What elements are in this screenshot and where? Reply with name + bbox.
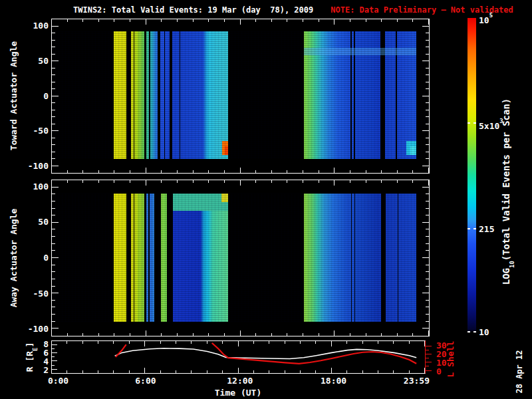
axis-tick [146,331,146,336]
axis-tick [426,88,429,89]
axis-tick [82,333,83,336]
toward-spectrogram-panel [51,19,430,174]
axis-tick [52,215,55,215]
axis-tick [350,180,350,183]
axis-tick [52,130,59,131]
data-gap [381,194,386,322]
colorbar-tick [467,122,470,124]
axis-tick [350,170,350,173]
axis-tick [146,19,146,25]
axis-tick [52,279,55,279]
axis-tick [287,333,287,336]
axis-tick [52,229,55,229]
axis-tick [287,19,287,22]
axis-tick [426,116,429,117]
spectrogram-band [172,31,228,159]
axis-tick [287,180,287,183]
data-gap [351,194,352,322]
y-tick-label: 0 [43,253,49,263]
axis-tick [426,286,429,287]
axis-tick [426,138,429,138]
data-gap [167,194,173,322]
plot-title-main: TWINS2: Total Valid Events: 19 Mar (day … [73,5,313,15]
data-gap [134,194,134,322]
axis-tick [426,362,432,362]
ephemeris-curves [52,341,425,373]
axis-tick [52,271,55,272]
axis-tick [422,96,429,96]
y-tick-label: 100 [33,182,49,192]
axis-tick [426,250,429,251]
axis-tick [426,82,429,82]
axis-tick [319,170,319,173]
y-tick-label: 50 [38,57,49,66]
spectrogram-band [138,194,144,322]
axis-tick [426,158,429,159]
axis-tick [426,124,429,124]
spectrogram-band [161,194,167,322]
axis-tick [52,96,59,96]
axis-tick [52,26,59,27]
axis-tick [426,33,429,33]
axis-tick [52,61,59,61]
axis-tick [67,170,68,173]
y-tick-label: 50 [38,217,49,227]
axis-tick [208,333,209,336]
axis-tick [422,222,429,223]
axis-tick [426,354,432,354]
axis-tick [412,180,413,183]
axis-tick [52,265,55,265]
axis-tick [255,19,256,22]
axis-tick [51,331,52,336]
colorbar [467,18,476,332]
colorbar-tick [467,331,470,332]
axis-tick [52,33,55,33]
axis-tick [350,333,350,336]
axis-tick [161,333,162,336]
axis-tick [240,331,241,336]
axis-tick [412,333,413,336]
axis-tick [208,180,209,183]
data-patch [225,146,228,155]
axis-tick [255,180,256,183]
axis-tick [426,68,429,68]
axis-tick [52,321,55,322]
axis-tick [146,168,146,173]
axis-tick [426,346,432,346]
spectrogram-band [304,194,417,322]
axis-tick [51,168,52,173]
y-tick-label: -50 [33,289,49,299]
spectrogram-band [160,31,170,159]
data-gap [126,194,130,322]
axis-tick [67,19,68,22]
axis-tick [52,74,55,75]
axis-tick [422,328,429,329]
axis-tick [381,333,382,336]
data-gap [154,194,162,322]
axis-tick [130,19,130,22]
axis-tick [426,307,429,307]
axis-tick [51,19,52,25]
colorbar-tick-label: 215 [479,225,494,234]
axis-tick [52,152,55,152]
axis-tick [428,180,429,186]
axis-tick [381,170,382,173]
axis-tick [426,358,429,358]
axis-tick [303,170,303,173]
axis-tick [426,40,429,41]
spectrogram-band [114,194,127,322]
spectrogram-band [173,194,228,322]
axis-tick [52,54,55,55]
axis-tick [287,170,287,173]
lshell-tick-label: 0 [436,367,442,376]
date-stamp: 28 Apr 12 [515,350,524,393]
axis-tick [114,19,114,22]
x-tick-label: 12:00 [227,376,253,386]
x-tick-label: 23:59 [404,376,430,386]
spectrogram-band [114,31,127,159]
axis-tick [82,19,83,22]
axis-tick [319,19,319,22]
axis-tick [177,170,178,173]
axis-tick [303,180,303,183]
axis-tick [397,180,398,183]
